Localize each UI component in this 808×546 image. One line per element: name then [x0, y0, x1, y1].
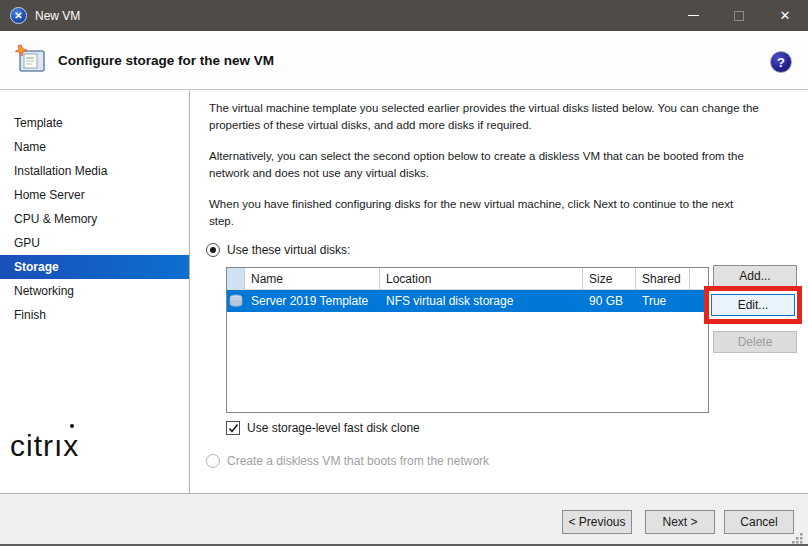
maximize-button[interactable]: [716, 0, 762, 31]
wizard-steps-sidebar: Template Name Installation Media Home Se…: [0, 90, 190, 493]
use-virtual-disks-label: Use these virtual disks:: [227, 243, 350, 257]
edit-highlight-annotation: Edit...: [704, 286, 802, 324]
new-vm-icon: [14, 43, 48, 77]
wizard-body: Template Name Installation Media Home Se…: [0, 90, 808, 493]
column-header-name[interactable]: Name: [245, 268, 380, 289]
sidebar-item-finish[interactable]: Finish: [0, 303, 189, 327]
radio-disabled-icon: [206, 454, 220, 468]
table-header-row: Name Location Size Shared: [227, 268, 708, 290]
cell-disk-size: 90 GB: [583, 294, 636, 308]
xencenter-app-icon: ✕: [10, 7, 27, 24]
help-button[interactable]: ?: [770, 51, 792, 73]
column-header-icon[interactable]: [227, 268, 245, 289]
table-row[interactable]: Server 2019 Template NFS virtual disk st…: [227, 290, 708, 312]
column-header-shared[interactable]: Shared: [636, 268, 690, 289]
titlebar: ✕ New VM ✕: [0, 0, 808, 31]
citrix-logo-dot: [70, 424, 74, 428]
close-icon: ✕: [780, 9, 791, 22]
window-title: New VM: [35, 9, 670, 23]
citrix-logo: citrıx: [10, 431, 79, 461]
paragraph-3: When you have finished configuring disks…: [209, 196, 807, 230]
minimize-button[interactable]: [670, 0, 716, 31]
cell-disk-name: Server 2019 Template: [245, 294, 380, 308]
resize-grip[interactable]: [792, 530, 803, 541]
edit-button[interactable]: Edit...: [711, 294, 795, 316]
sidebar-item-installation-media[interactable]: Installation Media: [0, 159, 189, 183]
sidebar-item-home-server[interactable]: Home Server: [0, 183, 189, 207]
sidebar-item-storage[interactable]: Storage: [0, 255, 189, 279]
cell-disk-shared: True: [636, 294, 690, 308]
sidebar-item-networking[interactable]: Networking: [0, 279, 189, 303]
paragraph-1: The virtual machine template you selecte…: [209, 100, 807, 134]
close-button[interactable]: ✕: [762, 0, 808, 31]
maximize-icon: [734, 11, 744, 21]
wizard-footer: < Previous Next > Cancel: [0, 493, 808, 546]
use-virtual-disks-radio[interactable]: Use these virtual disks:: [206, 243, 350, 257]
storage-step-content: The virtual machine template you selecte…: [190, 90, 808, 493]
fast-clone-checkbox[interactable]: Use storage-level fast disk clone: [226, 421, 420, 435]
sidebar-item-name[interactable]: Name: [0, 135, 189, 159]
sidebar-item-template[interactable]: Template: [0, 111, 189, 135]
sidebar-item-cpu-memory[interactable]: CPU & Memory: [0, 207, 189, 231]
disk-stack-icon: [227, 294, 245, 308]
virtual-disks-table: Name Location Size Shared Server 2019: [226, 267, 709, 413]
sidebar-item-gpu[interactable]: GPU: [0, 231, 189, 255]
cancel-button[interactable]: Cancel: [724, 510, 794, 534]
instructions: The virtual machine template you selecte…: [209, 100, 807, 244]
page-title: Configure storage for the new VM: [58, 53, 274, 68]
radio-selected-icon: [206, 243, 220, 257]
wizard-header: Configure storage for the new VM ?: [0, 31, 808, 90]
checkbox-checked-icon: [226, 421, 240, 435]
delete-button: Delete: [713, 331, 797, 353]
next-button[interactable]: Next >: [645, 510, 715, 534]
previous-button[interactable]: < Previous: [562, 510, 632, 534]
column-header-size[interactable]: Size: [583, 268, 636, 289]
add-button[interactable]: Add...: [713, 265, 797, 287]
fast-clone-label: Use storage-level fast disk clone: [247, 421, 420, 435]
column-header-location[interactable]: Location: [380, 268, 583, 289]
paragraph-2: Alternatively, you can select the second…: [209, 148, 807, 182]
cell-disk-location: NFS virtual disk storage: [380, 294, 583, 308]
diskless-vm-label: Create a diskless VM that boots from the…: [227, 454, 489, 468]
diskless-vm-radio: Create a diskless VM that boots from the…: [206, 454, 489, 468]
minimize-icon: [688, 15, 699, 16]
help-icon: ?: [777, 55, 785, 70]
new-vm-window: ✕ New VM ✕ Configure storage for the new…: [0, 0, 808, 546]
